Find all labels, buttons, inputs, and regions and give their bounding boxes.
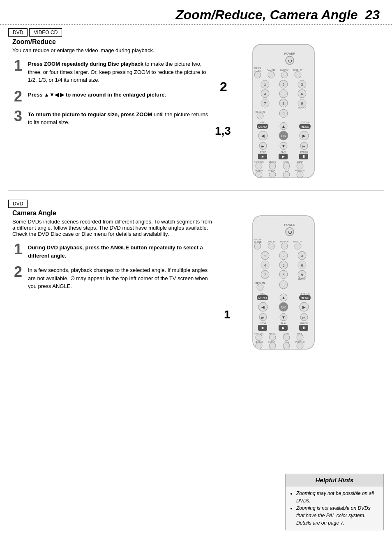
svg-point-159 <box>269 343 276 349</box>
svg-point-152 <box>283 334 290 341</box>
step-content-2: Press ▲▼◀ ▶ to move around in the enlarg… <box>28 89 166 99</box>
svg-point-33 <box>257 113 263 119</box>
svg-text:DISPLAY: DISPLAY <box>293 240 303 243</box>
hint-2: Zooming is not available on DVDs that ha… <box>296 504 379 527</box>
svg-point-114 <box>257 284 263 290</box>
svg-text:DISPLAY: DISPLAY <box>293 69 303 71</box>
format-badge-videocd: VIDEO CD <box>29 28 62 37</box>
format-badges-section2: DVD <box>0 196 392 210</box>
svg-text:6: 6 <box>301 92 303 96</box>
camera-angle-text: Camera Angle Some DVDs include scenes re… <box>4 210 218 353</box>
svg-text:2: 2 <box>282 83 284 87</box>
svg-point-80 <box>297 171 303 178</box>
svg-text:DVD/TV: DVD/TV <box>280 69 289 71</box>
step-1: 1 Press ZOOM repeatedly during Disc play… <box>12 58 214 84</box>
svg-text:9: 9 <box>301 273 303 277</box>
svg-text:2: 2 <box>282 254 284 258</box>
svg-text:4: 4 <box>264 263 266 267</box>
svg-text:◀: ◀ <box>261 134 265 138</box>
svg-point-71 <box>283 163 290 169</box>
format-badge-dvd-2: DVD <box>8 200 28 208</box>
svg-text:5: 5 <box>282 263 284 267</box>
camera-angle-subtext: Some DVDs include scenes recorded from d… <box>12 219 214 237</box>
page-title: Zoom/Reduce, Camera Angle 23 <box>12 7 380 23</box>
svg-point-160 <box>283 343 290 349</box>
svg-point-70 <box>269 163 276 169</box>
camera-angle-heading: Camera Angle <box>12 210 214 217</box>
svg-point-78 <box>269 171 276 178</box>
svg-text:OK: OK <box>281 134 286 138</box>
svg-text:SEARCH: SEARCH <box>298 278 307 280</box>
svg-text:4: 4 <box>264 92 266 96</box>
svg-point-161 <box>297 343 303 349</box>
camera-angle-section: Camera Angle Some DVDs include scenes re… <box>0 210 392 353</box>
svg-point-77 <box>256 171 262 178</box>
remote-label-13: 1,3 <box>215 124 231 138</box>
svg-text:PLAY: PLAY <box>281 322 286 325</box>
svg-point-9 <box>254 71 261 78</box>
remote-svg-2: POWER ⏻ OPEN/ CLOSE CANCEL DVD/TV DISPLA… <box>244 214 323 353</box>
svg-text:5: 5 <box>282 92 284 96</box>
hint-1: Zooming may not be possible on all DVDs. <box>296 490 379 504</box>
remote-svg-1: POWER ⏻ OPEN/ CLOSE CANCEL DVD/TV DISPLA… <box>244 42 323 182</box>
svg-text:DISC: DISC <box>261 121 265 124</box>
svg-point-151 <box>269 334 276 341</box>
svg-text:MENU: MENU <box>301 125 309 128</box>
svg-point-91 <box>268 243 274 249</box>
svg-text:⏻: ⏻ <box>288 230 292 234</box>
step-2: 2 Press ▲▼◀ ▶ to move around in the enla… <box>12 89 214 104</box>
svg-text:◀: ◀ <box>261 305 265 309</box>
svg-text:▶: ▶ <box>282 326 285 330</box>
camera-step-1: 1 During DVD playback, press the ANGLE b… <box>12 242 214 260</box>
svg-point-72 <box>297 163 303 169</box>
svg-text:3: 3 <box>301 83 303 87</box>
remote-label-1-angle: 1 <box>224 308 231 321</box>
step-number-3: 3 <box>12 109 24 124</box>
camera-step-content-2: In a few seconds, playback changes to th… <box>28 265 214 290</box>
svg-text:1: 1 <box>264 83 266 87</box>
svg-text:POWER: POWER <box>284 52 295 55</box>
svg-point-90 <box>254 243 261 249</box>
camera-step-number-1: 1 <box>12 242 24 257</box>
svg-text:6: 6 <box>301 263 303 267</box>
zoom-reduce-subtext: You can reduce or enlarge the video imag… <box>12 47 214 53</box>
svg-text:8: 8 <box>282 273 284 277</box>
format-badges-section1: DVD VIDEO CD <box>0 25 392 38</box>
svg-text:▲: ▲ <box>281 295 286 300</box>
svg-point-12 <box>295 71 301 78</box>
svg-text:SEARCH: SEARCH <box>298 106 307 109</box>
svg-text:STOP: STOP <box>260 151 266 153</box>
svg-text:PLAY: PLAY <box>281 151 286 153</box>
camera-step-content-1: During DVD playback, press the ANGLE but… <box>28 242 214 260</box>
camera-step-number-2: 2 <box>12 265 24 279</box>
svg-text:■: ■ <box>261 326 263 330</box>
svg-text:MENU: MENU <box>258 125 267 128</box>
remote-label-2: 2 <box>220 79 227 94</box>
svg-text:DVD/TV: DVD/TV <box>280 240 289 243</box>
svg-text:PAUSE: PAUSE <box>300 151 308 153</box>
svg-text:⏻: ⏻ <box>288 59 292 63</box>
svg-text:▼: ▼ <box>281 315 286 320</box>
svg-text:MENU: MENU <box>301 297 309 299</box>
svg-text:CANCEL: CANCEL <box>267 240 276 243</box>
svg-text:⏸: ⏸ <box>302 154 306 159</box>
svg-point-92 <box>281 243 288 249</box>
svg-text:8: 8 <box>282 101 284 106</box>
svg-text:⏸: ⏸ <box>302 326 306 330</box>
svg-point-10 <box>268 71 274 78</box>
svg-text:SYSTEM: SYSTEM <box>301 292 310 295</box>
step-content-3: To return the picture to regular size, p… <box>28 109 214 127</box>
svg-text:MENU: MENU <box>258 297 267 299</box>
helpful-hints-box: Helpful Hints Zooming may not be possibl… <box>285 474 384 530</box>
svg-text:▶: ▶ <box>282 154 285 159</box>
svg-text:9: 9 <box>301 101 303 106</box>
helpful-hints-title: Helpful Hints <box>286 474 383 486</box>
svg-text:0: 0 <box>282 112 284 116</box>
section-divider <box>8 190 384 191</box>
svg-point-79 <box>283 171 290 178</box>
svg-text:▲: ▲ <box>281 124 286 129</box>
svg-point-153 <box>297 334 303 341</box>
svg-text:POWER: POWER <box>284 223 295 226</box>
svg-text:DISC: DISC <box>261 292 265 295</box>
svg-text:1: 1 <box>264 254 266 258</box>
